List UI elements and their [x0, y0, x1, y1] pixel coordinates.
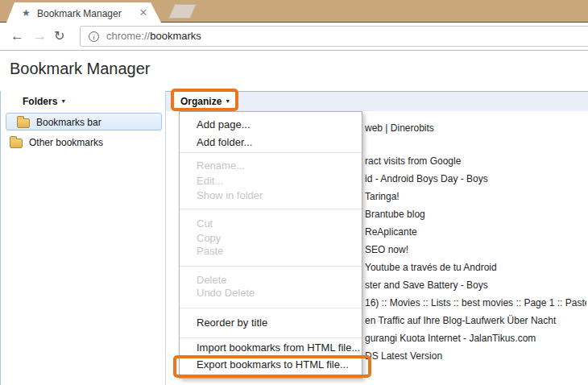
bookmark-item[interactable]: ReAplicante — [365, 223, 586, 241]
bookmark-item[interactable]: ract visits from Google — [365, 152, 586, 170]
folder-item-bookmarks-bar[interactable]: Bookmarks bar — [6, 113, 162, 130]
menu-separator — [180, 266, 362, 267]
bookmark-item[interactable]: 16) :: Movies :: Lists :: best movies ::… — [365, 294, 586, 312]
bookmark-item[interactable]: gurangi Kuota Internet - JalanTikus.com — [365, 329, 586, 347]
menu-item-rename: Rename... — [180, 158, 362, 174]
menu-item-paste: Paste — [180, 243, 362, 259]
menu-item-cut: Cut — [180, 216, 362, 232]
folder-icon — [10, 139, 23, 148]
tab-close-icon[interactable]: ✕ — [137, 6, 150, 19]
url-scheme: chrome:// — [106, 30, 150, 42]
menu-item-edit: Edit... — [180, 173, 362, 189]
menu-item-export-bookmarks[interactable]: Export bookmarks to HTML file... — [180, 357, 362, 373]
address-bar[interactable]: i chrome://bookmarks — [80, 26, 588, 47]
url-host: bookmarks — [150, 30, 201, 42]
browser-tab[interactable]: ★ Bookmark Manager ✕ — [6, 2, 161, 23]
reload-icon[interactable]: ↻ — [54, 28, 64, 44]
bookmark-star-icon: ★ — [22, 7, 31, 19]
menu-item-reorder-by-title[interactable]: Reorder by title — [180, 315, 362, 331]
tab-strip: ★ Bookmark Manager ✕ — [0, 0, 588, 23]
bookmark-item[interactable]: web | Dinerobits — [365, 119, 586, 137]
bookmark-item[interactable]: id - Android Boys Day - Boys — [365, 170, 586, 188]
folders-menu-button[interactable]: Folders▼ — [23, 96, 66, 107]
page-title: Bookmark Manager — [10, 60, 151, 78]
page-info-icon[interactable]: i — [89, 31, 99, 42]
menu-item-import-bookmarks[interactable]: Import bookmarks from HTML file... — [180, 340, 362, 356]
bookmark-item[interactable]: ster and Save Battery - Boys — [365, 276, 586, 294]
tab-title: Bookmark Manager — [37, 8, 122, 19]
organize-menu-button[interactable]: Organize▼ — [175, 92, 236, 110]
menu-item-add-page[interactable]: Add page... — [180, 117, 362, 133]
menu-item-add-folder[interactable]: Add folder... — [180, 135, 362, 151]
bookmark-item[interactable]: Youtube a través de tu Android — [365, 259, 586, 276]
bookmark-item[interactable]: Brantube blog — [365, 205, 586, 223]
organize-dropdown-menu: Add page... Add folder... Rename... Edit… — [179, 111, 362, 379]
folder-icon — [17, 118, 30, 128]
folder-label: Bookmarks bar — [36, 117, 101, 128]
new-tab-button[interactable] — [168, 4, 197, 19]
chevron-down-icon: ▼ — [225, 98, 230, 104]
bookmark-item[interactable]: SEO now! — [365, 241, 586, 259]
back-icon[interactable]: ← — [10, 28, 24, 44]
url-text: chrome://bookmarks — [106, 30, 201, 42]
folder-label: Other bookmarks — [29, 137, 103, 148]
menu-item-undo-delete: Undo Delete — [180, 285, 362, 301]
folder-item-other-bookmarks[interactable]: Other bookmarks — [0, 134, 161, 151]
bookmark-item[interactable]: DS Latest Version — [365, 347, 586, 365]
menu-separator — [180, 152, 362, 153]
menu-separator — [180, 308, 362, 308]
bookmark-item[interactable]: Taringa! — [365, 188, 586, 205]
forward-icon: → — [33, 28, 47, 44]
menu-separator — [180, 209, 362, 209]
browser-toolbar: ← → ↻ i chrome://bookmarks — [0, 23, 588, 51]
bookmark-item[interactable]: en Traffic auf Ihre Blog-Laufwerk Über N… — [365, 312, 586, 329]
menu-item-show-in-folder: Show in folder — [180, 188, 362, 204]
chevron-down-icon: ▼ — [60, 98, 66, 104]
pane-divider — [165, 91, 166, 385]
menu-separator — [180, 337, 362, 338]
